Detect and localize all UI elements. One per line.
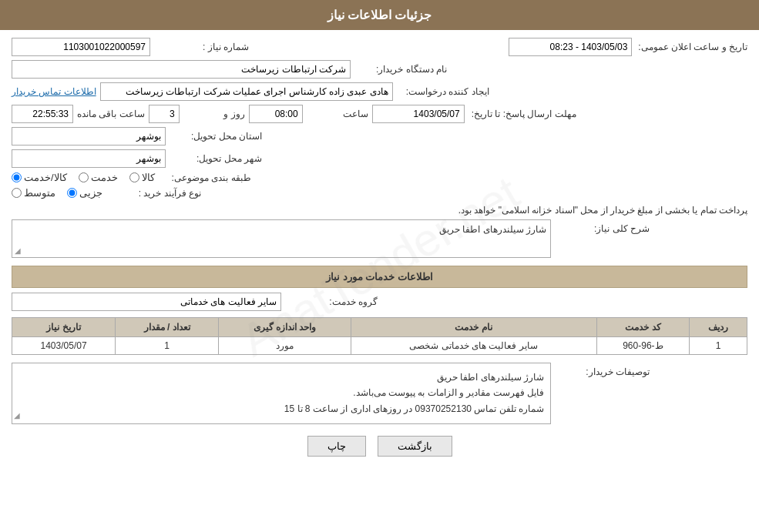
col-name-khedmat: نام خدمت bbox=[351, 318, 596, 337]
sharh-kolli-text: شارژ سیلندرهای اطفا حریق bbox=[439, 224, 546, 235]
shomare-niaz-input[interactable] bbox=[12, 38, 150, 56]
roz-input[interactable] bbox=[149, 105, 180, 123]
tarikh-aelan-label: تاریخ و ساعت اعلان عمومی: bbox=[638, 42, 747, 52]
cell-tarikh: 1403/05/07 bbox=[12, 337, 116, 355]
tabaqeh-bandi-label: طبقه بندی موضوعی: bbox=[159, 172, 251, 183]
tarikh-aelan-input[interactable] bbox=[509, 38, 632, 56]
col-radif: ردیف bbox=[690, 318, 747, 337]
jozii-radio[interactable] bbox=[67, 188, 77, 198]
kala-khedmat-radio[interactable] bbox=[12, 172, 22, 182]
buyer-note-line-1: شارژ سیلندرهای اطفا حریق bbox=[18, 370, 544, 385]
motavasset-radio-label: متوسط bbox=[24, 187, 55, 199]
saaat-label: ساعت bbox=[307, 109, 368, 119]
kala-radio[interactable] bbox=[129, 172, 139, 182]
cell-tedad: 1 bbox=[116, 337, 219, 355]
nam-dastgah-input[interactable] bbox=[12, 60, 351, 79]
remaining-time-input[interactable] bbox=[12, 105, 73, 123]
sharh-kolli-box: شارژ سیلندرهای اطفا حریق ◢ bbox=[12, 219, 551, 258]
ostan-tahvil-input[interactable] bbox=[12, 127, 166, 146]
toseif-kharidar-label: توصیفات خریدار: bbox=[557, 366, 650, 377]
kala-radio-label: کالا bbox=[142, 172, 155, 183]
bazgasht-button[interactable]: بازگشت bbox=[378, 436, 452, 457]
jozii-radio-label: جزیی bbox=[79, 187, 102, 199]
cell-radif: 1 bbox=[690, 337, 747, 355]
kala-khedmat-radio-label: کالا/خدمت bbox=[24, 172, 67, 183]
buttons-row: بازگشت چاپ bbox=[12, 436, 747, 457]
chap-button[interactable]: چاپ bbox=[307, 436, 366, 457]
resize-icon: ◢ bbox=[15, 246, 21, 255]
khadamat-table: ردیف کد خدمت نام خدمت واحد اندازه گیری ت… bbox=[12, 317, 747, 355]
roz-label: روز و bbox=[183, 109, 245, 119]
geroh-khedmat-label: گروه خدمت: bbox=[285, 296, 378, 307]
noe-farayand-label: نوع فرآیند خرید : bbox=[109, 188, 201, 199]
geroh-khedmat-input[interactable] bbox=[12, 293, 281, 311]
etelaaat-tamas-link[interactable]: اطلاعات تماس خریدار bbox=[12, 86, 96, 97]
col-vahed: واحد اندازه گیری bbox=[219, 318, 351, 337]
motavasset-radio[interactable] bbox=[12, 188, 22, 198]
page-title: جزئیات اطلاعات نیاز bbox=[0, 0, 759, 30]
ostan-tahvil-label: استان محل تحویل: bbox=[170, 131, 262, 142]
farayand-note: پرداخت تمام یا بخشی از مبلغ خریدار از مح… bbox=[12, 205, 747, 216]
cell-kod-khedmat: ط-96-960 bbox=[596, 337, 690, 355]
remaining-label: ساعت باقی مانده bbox=[77, 109, 145, 119]
farayand-radio-group: جزیی متوسط bbox=[12, 187, 102, 199]
saaat-input[interactable] bbox=[249, 105, 303, 123]
buyer-note-line-2: فایل فهرست مقادیر و الزامات به پیوست می‌… bbox=[18, 385, 544, 400]
mohlat-date-input[interactable] bbox=[372, 105, 465, 123]
table-row: 1 ط-96-960 سایر فعالیت های خدماتی شخصی م… bbox=[12, 337, 747, 355]
col-tedad: تعداد / مقدار bbox=[116, 318, 219, 337]
tabaqeh-radio-group: کالا خدمت کالا/خدمت bbox=[12, 172, 155, 183]
sharh-kolli-label: شرح کلی نیاز: bbox=[557, 223, 650, 234]
buyer-note-line-3: شماره تلفن تماس 09370252130 در روزهای اد… bbox=[18, 401, 544, 417]
mohlat-ersaal-label: مهلت ارسال پاسخ: تا تاریخ: bbox=[468, 109, 576, 119]
shahr-tahvil-input[interactable] bbox=[12, 149, 166, 168]
cell-vahed: مورد bbox=[219, 337, 351, 355]
shahr-tahvil-label: شهر محل تحویل: bbox=[170, 153, 262, 164]
cell-name-khedmat: سایر فعالیت های خدماتی شخصی bbox=[351, 337, 596, 355]
shomare-niaz-label: شماره نیاز : bbox=[156, 42, 249, 52]
resize-icon-2: ◢ bbox=[14, 409, 20, 422]
buyer-notes-box: شارژ سیلندرهای اطفا حریق فایل فهرست مقاد… bbox=[12, 363, 551, 424]
khedmat-radio-label: خدمت bbox=[91, 172, 118, 183]
col-kod-khedmat: کد خدمت bbox=[596, 318, 690, 337]
col-tarikh: تاریخ نیاز bbox=[12, 318, 116, 337]
khadamat-section-header: اطلاعات خدمات مورد نیاز bbox=[12, 266, 747, 288]
ijad-konande-input[interactable] bbox=[100, 82, 393, 101]
ijad-konande-label: ایجاد کننده درخواست: bbox=[397, 86, 489, 97]
khedmat-radio[interactable] bbox=[79, 172, 89, 182]
nam-dastgah-label: نام دستگاه خریدار: bbox=[354, 64, 447, 75]
